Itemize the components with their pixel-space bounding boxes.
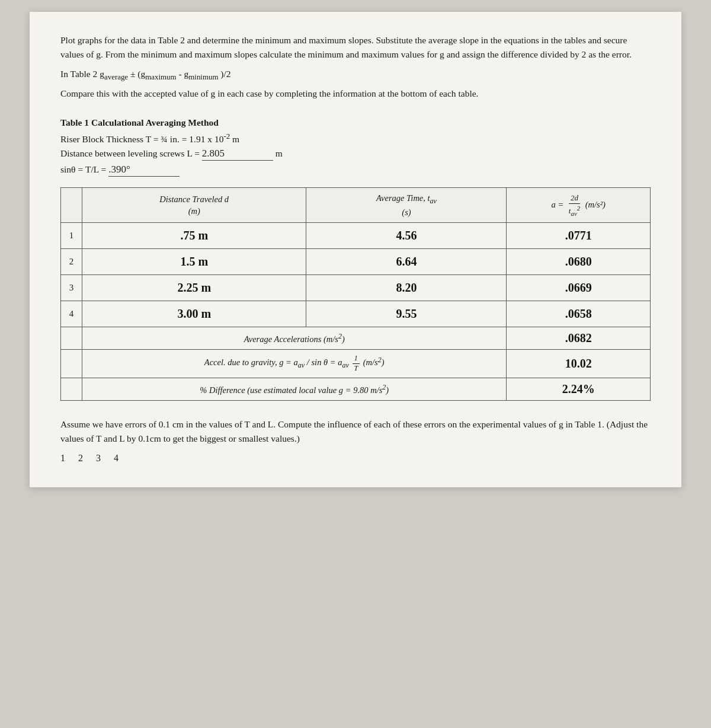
bottom-paragraph: Assume we have errors of 0.1 cm in the v… — [60, 417, 651, 446]
accel-unit: (m/s²) — [585, 200, 606, 209]
distance-value: 2.805 — [202, 148, 273, 161]
row4-num: 4 — [61, 301, 82, 327]
sin-line: sinθ = T/L = .390° — [60, 164, 651, 177]
row4-accel: .0658 — [507, 301, 651, 327]
bottom-page-nums: 1 2 3 4 — [60, 453, 651, 464]
row3-time: 8.20 — [306, 275, 507, 301]
accel-formula: a = 2d tav2 (m/s²) — [552, 200, 606, 209]
table-row: 4 3.00 m 9.55 .0658 — [61, 301, 651, 327]
formula-sub-max: maximum — [145, 72, 176, 81]
table-row: 2 1.5 m 6.64 .0680 — [61, 249, 651, 275]
col-distance-header: Distance Traveled d (m) — [82, 188, 306, 223]
distance-unit: m — [276, 148, 283, 158]
riser-label: Riser Block Thickness T = ¾ in. = 1.91 x… — [60, 134, 223, 144]
col-time-label: Average Time, t — [376, 193, 430, 203]
footer-row-gravity: Accel. due to gravity, g = aav / sin θ =… — [61, 350, 651, 378]
accel-prefix: a = — [552, 200, 564, 209]
formula-label: In Table 2 g — [60, 69, 104, 79]
compare-paragraph: Compare this with the accepted value of … — [60, 87, 651, 101]
table1-title: Table 1 Calculational Averaging Method — [60, 117, 651, 128]
row3-distance: 2.25 m — [82, 275, 306, 301]
footer-gravity-label: Accel. due to gravity, g = aav / sin θ =… — [82, 350, 507, 378]
footer-avg-label: Average Accelerations (m/s2) — [82, 327, 507, 350]
formula-end: )/2 — [220, 69, 230, 79]
footer-avg-value: .0682 — [507, 327, 651, 350]
col-time-unit: (s) — [402, 207, 411, 217]
col-distance-unit: (m) — [188, 206, 200, 216]
col-time-header: Average Time, tav (s) — [306, 188, 507, 223]
riser-line: Riser Block Thickness T = ¾ in. = 1.91 x… — [60, 132, 651, 145]
row2-distance: 1.5 m — [82, 249, 306, 275]
riser-unit: m — [230, 134, 239, 144]
row1-distance: .75 m — [82, 223, 306, 249]
row1-accel: .0771 — [507, 223, 651, 249]
row2-time: 6.64 — [306, 249, 507, 275]
footer-row-avg: Average Accelerations (m/s2) .0682 — [61, 327, 651, 350]
accel-denom-exp: 2 — [577, 205, 580, 212]
page-num-3: 3 — [96, 453, 101, 463]
data-table: Distance Traveled d (m) Average Time, ta… — [60, 187, 651, 400]
row1-time: 4.56 — [306, 223, 507, 249]
formula-line: In Table 2 gaverage ± (gmaximum - gminim… — [60, 69, 651, 82]
formula-sub-min: minimum — [188, 72, 218, 81]
table-row: 1 .75 m 4.56 .0771 — [61, 223, 651, 249]
footer-pct-value: 2.24% — [507, 378, 651, 400]
row2-accel: .0680 — [507, 249, 651, 275]
formula-text: ± (g — [130, 69, 145, 79]
table-row: 3 2.25 m 8.20 .0669 — [61, 275, 651, 301]
intro-paragraph1: Plot graphs for the data in Table 2 and … — [60, 33, 651, 62]
sin-label: sinθ = T/L = — [60, 164, 108, 174]
distance-label: Distance between leveling screws L = — [60, 148, 202, 158]
accel-fraction: 2d tav2 — [567, 193, 582, 218]
page-num-4: 4 — [114, 453, 118, 463]
col-num-header — [61, 188, 82, 223]
row1-num: 1 — [61, 223, 82, 249]
riser-exp: -2 — [223, 132, 230, 141]
page: Plot graphs for the data in Table 2 and … — [30, 12, 681, 487]
accel-denom: tav2 — [567, 204, 582, 218]
footer-pct-num — [61, 378, 82, 400]
table-body: 1 .75 m 4.56 .0771 2 1.5 m 6.64 .0680 3 … — [61, 223, 651, 400]
formula-sub-avg: average — [104, 72, 128, 81]
row3-accel: .0669 — [507, 275, 651, 301]
gravity-fraction: 1 T — [352, 354, 360, 373]
col-time-sub: av — [430, 197, 437, 205]
row4-time: 9.55 — [306, 301, 507, 327]
table-header-row: Distance Traveled d (m) Average Time, ta… — [61, 188, 651, 223]
footer-row-pct: % Difference (use estimated local value … — [61, 378, 651, 400]
col-accel-header: a = 2d tav2 (m/s²) — [507, 188, 651, 223]
page-num-1: 1 — [60, 453, 65, 463]
table1-section: Table 1 Calculational Averaging Method R… — [60, 117, 651, 400]
formula-minus: - g — [178, 69, 188, 79]
col-distance-label: Distance Traveled d — [159, 194, 229, 204]
footer-avg-num — [61, 327, 82, 350]
row3-num: 3 — [61, 275, 82, 301]
footer-gravity-value: 10.02 — [507, 350, 651, 378]
footer-pct-label: % Difference (use estimated local value … — [82, 378, 507, 400]
footer-gravity-num — [61, 350, 82, 378]
sin-value: .390° — [108, 164, 180, 177]
accel-denom-sub: av — [571, 210, 577, 217]
page-num-2: 2 — [78, 453, 83, 463]
row4-distance: 3.00 m — [82, 301, 306, 327]
distance-line: Distance between leveling screws L = 2.8… — [60, 148, 651, 161]
accel-numer: 2d — [569, 193, 580, 204]
row2-num: 2 — [61, 249, 82, 275]
